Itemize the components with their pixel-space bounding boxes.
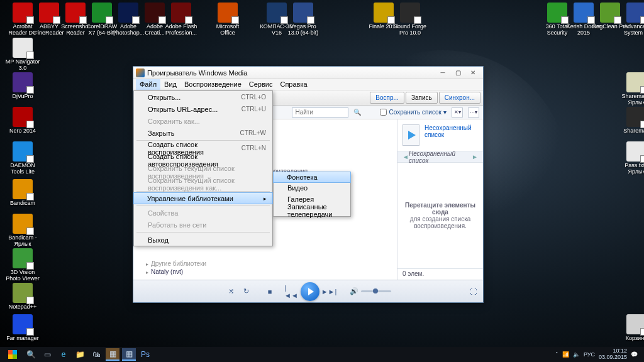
start-button[interactable] xyxy=(4,348,21,361)
desktop-icon[interactable]: Bandicam - Ярлык xyxy=(4,214,42,248)
next-button[interactable]: ►►| xyxy=(323,286,335,297)
photoshop-task[interactable]: Ps xyxy=(138,348,152,361)
desktop-icon[interactable]: Bandicam xyxy=(4,179,42,207)
desktop-icon[interactable]: Microsoft Office xyxy=(209,3,247,36)
desktop-icon[interactable]: Vegas Pro 13.0 (64-bit) xyxy=(284,3,322,36)
record-tab[interactable]: Запись xyxy=(406,92,438,104)
stop-button[interactable]: ■ xyxy=(264,286,275,297)
playlist-count: 0 элем. xyxy=(397,268,483,280)
playlist-pane: Несохраненный список ◄ Несохраненный спи… xyxy=(397,119,483,280)
prev-playlist-icon[interactable]: ◄ xyxy=(402,153,409,160)
desktop-icon[interactable]: DjVuPro xyxy=(4,72,42,100)
lang-indicator[interactable]: РУС xyxy=(584,351,595,358)
drag-hint-3: воспроизведения. xyxy=(414,222,467,229)
unsaved-playlist-link[interactable]: Несохраненный список xyxy=(425,124,478,138)
desktop-icon[interactable]: Корзина xyxy=(618,314,644,342)
search-input[interactable] xyxy=(292,107,348,118)
list-options-icon[interactable]: ⋯▾ xyxy=(468,107,479,118)
menu-сервис[interactable]: Сервис xyxy=(245,79,277,90)
save-list-checkbox[interactable]: Сохранить список ▾ xyxy=(380,109,447,116)
file-menu-item[interactable]: Открыть...CTRL+O xyxy=(134,91,272,103)
wmp-task[interactable]: ▦ xyxy=(122,348,136,361)
desktop-icon[interactable]: Far manager xyxy=(4,314,42,342)
file-menu-item[interactable]: Открыть URL-адрес...CTRL+U xyxy=(134,103,272,115)
search-icon[interactable]: 🔍 xyxy=(352,109,362,116)
file-menu-item: Свойства xyxy=(134,207,272,219)
close-button[interactable]: ✕ xyxy=(465,68,480,78)
desktop-icon[interactable]: Nero 2014 xyxy=(4,107,42,134)
taskbar: 🔍 ▭ e 📁 🛍 ▦ ▦ Ps ˄ 📶 🔈 РУС 10:1203.09.20… xyxy=(0,347,644,362)
task-view-button[interactable]: ▭ xyxy=(40,348,54,361)
next-playlist-icon[interactable]: ► xyxy=(472,153,478,160)
manage-libraries-submenu: ФонотекаВидеоГалереяЗаписанные телеперед… xyxy=(273,172,351,217)
volume-icon[interactable]: 🔈 xyxy=(573,351,580,358)
tree-other-libraries[interactable]: Другие библиотеки xyxy=(138,260,392,268)
player-controls: ⤨ ↻ ■ |◄◄ ►►| 🔊 ⛶ xyxy=(133,280,483,302)
file-menu-item: Сохранить текущий список воспроизведения… xyxy=(134,178,272,190)
titlebar[interactable]: Проигрыватель Windows Media ─ ▢ ✕ xyxy=(133,67,483,79)
menu-справка[interactable]: Справка xyxy=(276,79,311,90)
wmp-window: Проигрыватель Windows Media ─ ▢ ✕ ФайлВи… xyxy=(133,66,484,303)
desktop-icon[interactable]: Pass.txt - Ярлык xyxy=(618,141,644,175)
desktop-icon[interactable]: 3D Vision Photo Viewer xyxy=(4,248,42,282)
play-button[interactable] xyxy=(301,282,319,301)
mute-button[interactable]: 🔊 xyxy=(350,287,358,295)
file-menu-item[interactable]: Управление библиотеками▸ xyxy=(133,192,273,204)
menubar: ФайлВидВоспроизведениеСервисСправка Откр… xyxy=(133,79,483,90)
store-icon[interactable]: 🛍 xyxy=(89,348,103,361)
maximize-button[interactable]: ▢ xyxy=(450,68,465,78)
network-icon[interactable]: 📶 xyxy=(562,351,569,358)
file-menu: Открыть...CTRL+OОткрыть URL-адрес...CTRL… xyxy=(133,90,273,246)
playlist-nav-title: Несохраненный список xyxy=(409,150,472,164)
tree-user-library[interactable]: Nataly (nvt) xyxy=(138,268,392,276)
file-menu-item[interactable]: ЗакрытьCTRL+W xyxy=(134,127,272,139)
menu-вид[interactable]: Вид xyxy=(160,79,180,90)
wmp-icon xyxy=(136,69,145,77)
file-menu-item: Работать вне сети xyxy=(134,219,272,231)
sync-tab[interactable]: Синхрон... xyxy=(439,92,480,104)
drag-hint-2: для создания списка xyxy=(410,216,471,222)
desktop-icon[interactable]: Adobe Flash Profession... xyxy=(162,3,200,36)
desktop-icon[interactable]: Shareman - Ярлык xyxy=(618,72,644,106)
edge-icon[interactable]: e xyxy=(57,348,70,361)
file-menu-item[interactable]: Выход xyxy=(134,234,272,246)
desktop-icon[interactable]: MP Navigator 3.0 xyxy=(4,38,42,72)
notifications-icon[interactable]: 💬 xyxy=(631,351,638,358)
tray-up-icon[interactable]: ˄ xyxy=(555,351,558,358)
submenu-item[interactable]: Фонотека xyxy=(273,172,351,183)
desktop-icon[interactable]: Notepad++ xyxy=(4,283,42,310)
playlist-thumb-icon xyxy=(402,124,419,146)
volume-slider[interactable] xyxy=(361,290,391,292)
bandicam-task[interactable]: ▦ xyxy=(106,348,119,361)
desktop-icon[interactable]: Advanced System ... xyxy=(618,3,644,36)
prev-button[interactable]: |◄◄ xyxy=(286,286,297,297)
shuffle-button[interactable]: ⤨ xyxy=(225,286,236,297)
minimize-button[interactable]: ─ xyxy=(435,68,450,78)
repeat-button[interactable]: ↻ xyxy=(240,286,252,297)
desktop-icon[interactable]: DAEMON Tools Lite xyxy=(4,141,42,175)
explorer-icon[interactable]: 📁 xyxy=(73,348,87,361)
clock[interactable]: 10:1203.09.2015 xyxy=(599,348,627,361)
menu-файл[interactable]: Файл xyxy=(136,79,160,90)
fullscreen-button[interactable]: ⛶ xyxy=(470,288,477,295)
submenu-item[interactable]: Видео xyxy=(274,182,350,194)
drag-hint-1: Перетащите элементы сюда xyxy=(402,202,478,216)
search-button[interactable]: 🔍 xyxy=(24,348,38,361)
desktop-icon[interactable]: Shareman xyxy=(618,107,644,134)
desktop-icon[interactable]: Sound Forge Pro 10.0 xyxy=(391,3,429,36)
clear-list-icon[interactable]: ✕▾ xyxy=(452,107,463,118)
file-menu-item: Сохранить как... xyxy=(134,115,272,127)
play-tab[interactable]: Воспр... xyxy=(370,92,404,104)
submenu-item[interactable]: Записанные телепередачи xyxy=(274,205,350,216)
menu-воспроизведение[interactable]: Воспроизведение xyxy=(180,79,245,90)
window-title: Проигрыватель Windows Media xyxy=(147,69,247,77)
